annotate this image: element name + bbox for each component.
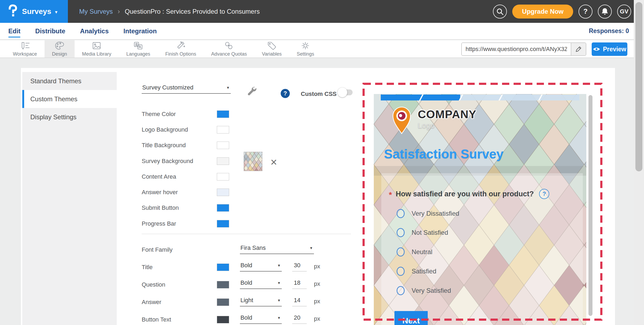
survey-background-swatch[interactable] bbox=[217, 157, 229, 165]
theme-select[interactable]: Survey Customized ▼ bbox=[142, 83, 231, 94]
button-text-weight-select[interactable]: Bold ▼ bbox=[240, 313, 282, 324]
survey-url-input[interactable] bbox=[462, 43, 571, 55]
responses-count: Responses: 0 bbox=[589, 27, 629, 35]
sidebar-item-custom-themes[interactable]: Custom Themes bbox=[22, 90, 117, 108]
title-weight-select[interactable]: Bold ▼ bbox=[240, 261, 282, 272]
button-text-size-input[interactable]: 20 bbox=[292, 313, 307, 324]
sidebar-item-standard-themes[interactable]: Standard Themes bbox=[22, 72, 117, 90]
company-name: COMPANY bbox=[418, 108, 477, 121]
answer-font-color-swatch[interactable] bbox=[217, 298, 229, 306]
top-bar: Surveys ▾ My Surveys › QuestionPro : Ser… bbox=[0, 0, 644, 23]
remove-background-button[interactable]: × bbox=[270, 157, 277, 168]
logo-background-swatch[interactable] bbox=[217, 126, 229, 133]
image-icon bbox=[92, 41, 102, 50]
question-mark-icon: ? bbox=[283, 90, 287, 97]
chevron-down-icon: ▼ bbox=[277, 298, 281, 302]
option-very-dissatisfied[interactable]: Very Dissatisfied bbox=[397, 209, 459, 218]
chevron-down-icon: ▾ bbox=[55, 9, 57, 15]
survey-progress-bar bbox=[381, 95, 579, 100]
question-help-button[interactable]: ? bbox=[539, 189, 549, 199]
chevron-down-icon: ▼ bbox=[277, 263, 281, 268]
breadcrumb-my-surveys[interactable]: My Surveys bbox=[79, 8, 113, 15]
toolbar-tab-settings[interactable]: Settings bbox=[289, 40, 322, 57]
theme-tools-button[interactable] bbox=[246, 86, 257, 98]
page-scrollbar[interactable] bbox=[634, 0, 644, 325]
sidebar-item-display-settings[interactable]: Display Settings bbox=[22, 108, 117, 126]
submit-button-swatch[interactable] bbox=[217, 204, 229, 212]
option-satisfied[interactable]: Satisfied bbox=[397, 267, 436, 276]
toolbar-tab-finish-options[interactable]: Finish Options bbox=[158, 40, 204, 57]
breadcrumb-current-survey: QuestionPro : Services Provided to Consu… bbox=[125, 8, 260, 15]
section-divider bbox=[142, 234, 351, 234]
design-palette-icon bbox=[54, 41, 65, 50]
answer-hover-swatch[interactable] bbox=[217, 189, 229, 196]
eye-icon bbox=[593, 46, 600, 52]
next-button[interactable]: Next bbox=[394, 311, 428, 325]
title-font-color-swatch[interactable] bbox=[217, 263, 229, 271]
font-family-select[interactable]: Fira Sans ▼ bbox=[240, 243, 314, 254]
question-font-color-swatch[interactable] bbox=[217, 281, 229, 288]
custom-css-toggle[interactable] bbox=[338, 88, 353, 96]
toolbar-tab-advance-quotas[interactable]: Advance Quotas bbox=[204, 40, 254, 57]
notifications-button[interactable] bbox=[598, 5, 612, 19]
radio-icon[interactable] bbox=[397, 267, 405, 276]
chevron-down-icon: ▼ bbox=[277, 316, 281, 320]
survey-url-group bbox=[461, 42, 586, 56]
tab-integration[interactable]: Integration bbox=[123, 27, 157, 35]
gear-icon bbox=[300, 41, 310, 50]
question-weight-select[interactable]: Bold ▼ bbox=[240, 278, 282, 289]
option-very-satisfied[interactable]: Very Satisfied bbox=[397, 286, 451, 295]
survey-preview-canvas: COMPANY Logo Satisfaction Survey * How s… bbox=[374, 94, 586, 325]
option-neutral[interactable]: Neutral bbox=[397, 247, 432, 257]
question-size-input[interactable]: 18 bbox=[292, 278, 307, 289]
tab-analytics[interactable]: Analytics bbox=[80, 27, 109, 35]
magic-wand-icon bbox=[175, 41, 186, 50]
edit-url-button[interactable] bbox=[571, 43, 586, 55]
radio-icon[interactable] bbox=[397, 228, 405, 237]
tab-distribute[interactable]: Distribute bbox=[35, 27, 65, 35]
option-not-satisfied[interactable]: Not Satisfied bbox=[397, 228, 448, 237]
preview-button[interactable]: Preview bbox=[592, 42, 627, 56]
radio-icon[interactable] bbox=[397, 286, 405, 295]
search-icon bbox=[496, 8, 504, 16]
brand-label: Surveys bbox=[22, 7, 51, 16]
design-content-card: Standard Themes Custom Themes Display Se… bbox=[21, 68, 615, 325]
search-button[interactable] bbox=[493, 5, 507, 19]
survey-question: * How satisfied are you with our product… bbox=[389, 189, 549, 199]
chevron-down-icon: ▼ bbox=[277, 281, 281, 285]
company-logo: COMPANY Logo bbox=[390, 106, 477, 134]
survey-preview-frame: COMPANY Logo Satisfaction Survey * How s… bbox=[374, 91, 595, 325]
content-area-swatch[interactable] bbox=[217, 173, 229, 180]
page-scrollbar-thumb[interactable] bbox=[635, 2, 642, 171]
theme-color-swatch[interactable] bbox=[217, 110, 229, 118]
preview-scrollbar[interactable] bbox=[588, 95, 592, 316]
radio-icon[interactable] bbox=[397, 247, 405, 257]
answer-size-input[interactable]: 14 bbox=[292, 296, 307, 306]
button-text-font-color-swatch[interactable] bbox=[217, 316, 229, 323]
breadcrumb: My Surveys › QuestionPro : Services Prov… bbox=[79, 7, 260, 16]
tab-edit[interactable]: Edit bbox=[8, 27, 20, 35]
avatar[interactable]: GV bbox=[617, 5, 631, 19]
toolbar-tab-variables[interactable]: Variables bbox=[254, 40, 289, 57]
toolbar-tab-workspace[interactable]: Workspace bbox=[5, 40, 45, 57]
custom-css-label: Custom CSS bbox=[301, 91, 336, 98]
surveys-menu[interactable]: Surveys ▾ bbox=[0, 0, 68, 23]
title-size-input[interactable]: 30 bbox=[292, 261, 307, 272]
wrench-icon bbox=[246, 86, 257, 97]
title-background-swatch[interactable] bbox=[217, 142, 229, 149]
upgrade-now-button[interactable]: Upgrade Now bbox=[512, 5, 573, 19]
progress-bar-swatch[interactable] bbox=[217, 220, 229, 228]
topbar-actions: Upgrade Now ? GV bbox=[493, 5, 631, 19]
theme-help-button[interactable]: ? bbox=[281, 89, 290, 98]
edit-toolbar: Workspace Design Media Library Languages bbox=[0, 40, 644, 58]
link-icon bbox=[224, 41, 234, 50]
toolbar-tab-languages[interactable]: Languages bbox=[119, 40, 158, 57]
radio-icon[interactable] bbox=[397, 209, 405, 218]
px-unit-label: px bbox=[314, 315, 320, 322]
answer-weight-select[interactable]: Light ▼ bbox=[240, 296, 282, 306]
toolbar-tab-media-library[interactable]: Media Library bbox=[75, 40, 119, 57]
survey-background-thumbnail[interactable] bbox=[244, 152, 262, 171]
help-button[interactable]: ? bbox=[579, 5, 592, 19]
toolbar-tab-design[interactable]: Design bbox=[45, 40, 75, 57]
survey-background-thumbnail-pattern bbox=[244, 152, 262, 171]
